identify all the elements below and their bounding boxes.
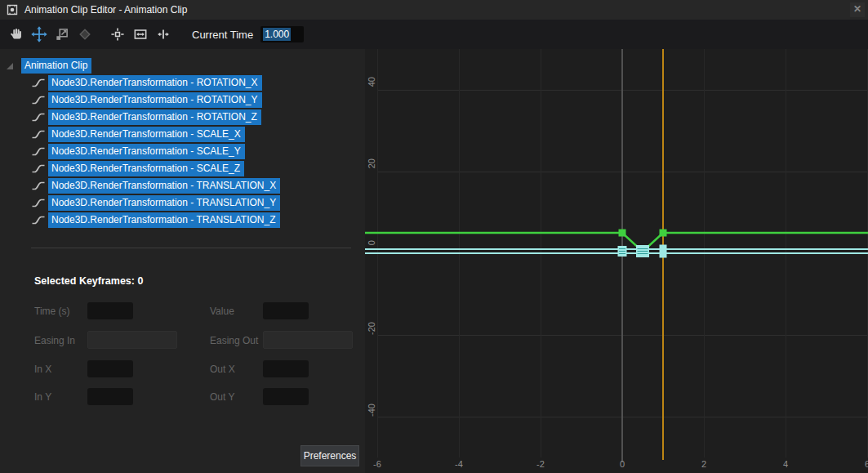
scale-tool-button[interactable] bbox=[51, 24, 73, 45]
tree-item-row[interactable]: Node3D.RenderTransformation - ROTATION_Z bbox=[0, 109, 365, 126]
out-y-input[interactable] bbox=[263, 388, 309, 405]
curve-icon bbox=[31, 180, 46, 192]
expander-icon[interactable] bbox=[7, 63, 13, 69]
out-y-label: Out Y bbox=[210, 391, 234, 403]
add-keyframe-tool-button[interactable] bbox=[74, 24, 96, 45]
curve-icon bbox=[31, 163, 46, 175]
selected-keyframes-count: 0 bbox=[137, 275, 143, 287]
hand-icon bbox=[8, 26, 24, 42]
fit-width-tool-button[interactable] bbox=[130, 24, 151, 45]
curve-icon bbox=[31, 197, 46, 209]
current-time-label: Current Time bbox=[192, 29, 253, 41]
focus-keyframe-tool-button[interactable] bbox=[107, 24, 128, 45]
crosshair-icon bbox=[109, 26, 126, 42]
graph-area[interactable]: 40200-20-40-6-4-20246 bbox=[365, 49, 868, 473]
move-tool-button[interactable] bbox=[29, 24, 50, 45]
curve-icon bbox=[31, 145, 46, 158]
tree-item-label[interactable]: Node3D.RenderTransformation - SCALE_Z bbox=[48, 161, 244, 176]
tree-item-row[interactable]: Node3D.RenderTransformation - SCALE_Y bbox=[0, 143, 365, 160]
out-x-label: Out X bbox=[210, 364, 235, 375]
keyframe-marker[interactable] bbox=[660, 230, 667, 237]
curve-icon bbox=[31, 128, 46, 141]
tree-item-row[interactable]: Node3D.RenderTransformation - TRANSLATIO… bbox=[0, 212, 365, 229]
close-button[interactable]: ✕ bbox=[850, 2, 865, 17]
tree-item-row[interactable]: Node3D.RenderTransformation - SCALE_Z bbox=[0, 160, 365, 177]
expand-horizontal-icon bbox=[155, 26, 171, 42]
window-title: Animation Clip Editor - Animation Clip bbox=[24, 4, 187, 16]
tree-item-row[interactable]: Node3D.RenderTransformation - ROTATION_Y bbox=[0, 91, 365, 109]
toolbar: Current Time 1.000 bbox=[0, 20, 868, 49]
out-x-input[interactable] bbox=[263, 360, 309, 377]
current-time-input[interactable]: 1.000 bbox=[260, 26, 304, 42]
expand-horizontal-tool-button[interactable] bbox=[153, 24, 174, 45]
left-panel: Animation ClipNode3D.RenderTransformatio… bbox=[0, 49, 365, 473]
tree-item-label[interactable]: Node3D.RenderTransformation - ROTATION_Z bbox=[48, 109, 261, 125]
tree-item-label[interactable]: Node3D.RenderTransformation - TRANSLATIO… bbox=[48, 178, 280, 194]
tree-item-row[interactable]: Node3D.RenderTransformation - TRANSLATIO… bbox=[0, 194, 365, 212]
curves-svg bbox=[365, 49, 868, 473]
tree-item-label[interactable]: Node3D.RenderTransformation - SCALE_X bbox=[48, 127, 245, 142]
easing-out-input[interactable] bbox=[263, 331, 353, 349]
fit-width-icon bbox=[132, 26, 149, 42]
panel-divider bbox=[31, 248, 351, 248]
keyframe-marker[interactable] bbox=[660, 245, 667, 258]
move-arrows-icon bbox=[31, 26, 47, 42]
easing-in-label: Easing In bbox=[34, 335, 75, 346]
clip-icon bbox=[6, 3, 19, 16]
in-y-label: In Y bbox=[34, 391, 51, 403]
curve-icon bbox=[31, 94, 46, 106]
tree-item-row[interactable]: Node3D.RenderTransformation - TRANSLATIO… bbox=[0, 177, 365, 194]
easing-out-label: Easing Out bbox=[210, 335, 258, 346]
titlebar: Animation Clip Editor - Animation Clip ✕ bbox=[0, 0, 868, 20]
tree-item-label[interactable]: Node3D.RenderTransformation - TRANSLATIO… bbox=[48, 212, 280, 228]
tree-root-label[interactable]: Animation Clip bbox=[21, 58, 91, 74]
tree-root-row[interactable]: Animation Clip bbox=[0, 57, 365, 74]
preferences-button[interactable]: Preferences bbox=[300, 445, 359, 466]
time-label: Time (s) bbox=[34, 306, 70, 317]
current-time-value: 1.000 bbox=[263, 28, 291, 41]
tree-item-label[interactable]: Node3D.RenderTransformation - TRANSLATIO… bbox=[48, 195, 280, 211]
animation-clip-editor-window: Animation Clip Editor - Animation Clip ✕ bbox=[0, 0, 868, 473]
tree-item-label[interactable]: Node3D.RenderTransformation - ROTATION_X bbox=[48, 75, 262, 91]
tree-item-row[interactable]: Node3D.RenderTransformation - ROTATION_X bbox=[0, 74, 365, 91]
selected-keyframes-text: Selected Keyframes: 0 bbox=[34, 275, 143, 287]
scale-icon bbox=[54, 26, 70, 42]
tree-item-label[interactable]: Node3D.RenderTransformation - ROTATION_Y bbox=[48, 92, 262, 108]
tree-item-row[interactable]: Node3D.RenderTransformation - SCALE_X bbox=[0, 126, 365, 143]
value-label: Value bbox=[210, 306, 234, 317]
in-x-label: In X bbox=[34, 364, 51, 375]
easing-in-input[interactable] bbox=[87, 331, 177, 349]
curve-icon bbox=[31, 77, 46, 89]
animation-curve-tree: Animation ClipNode3D.RenderTransformatio… bbox=[0, 57, 365, 229]
time-input[interactable] bbox=[87, 302, 133, 319]
keyframe-diamond-icon bbox=[77, 26, 93, 42]
pan-tool-button[interactable] bbox=[6, 24, 27, 45]
curve-icon bbox=[31, 111, 46, 123]
curve-icon bbox=[31, 214, 46, 226]
value-input[interactable] bbox=[263, 302, 309, 319]
keyframe-marker[interactable] bbox=[619, 230, 626, 237]
tree-item-label[interactable]: Node3D.RenderTransformation - SCALE_Y bbox=[48, 144, 245, 159]
selected-keyframes-label: Selected Keyframes: bbox=[34, 275, 135, 287]
in-x-input[interactable] bbox=[87, 360, 133, 377]
in-y-input[interactable] bbox=[87, 388, 133, 405]
